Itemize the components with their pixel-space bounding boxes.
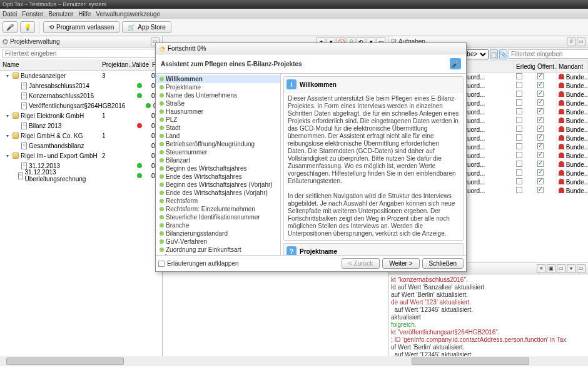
wizard-nav-item[interactable]: Beginn des Wirtschaftsjahres (Vorjahr) [156, 181, 280, 189]
public-checkbox[interactable] [537, 152, 544, 158]
task-tool-btn[interactable]: 📎 [499, 49, 507, 59]
project-tree[interactable]: ▾Bundesanzeiger30.0Jahresabschluss20140.… [0, 71, 162, 356]
done-checkbox[interactable] [516, 117, 522, 123]
wizard-nav-item[interactable]: Steuerliche Identifikationsnummer [156, 213, 280, 221]
wizard-nav-item[interactable]: Bilanzart [156, 156, 280, 164]
console-btn[interactable]: ▾ [567, 264, 575, 273]
public-checkbox[interactable] [537, 169, 544, 176]
wizard-nav-item[interactable]: Steuernummer [156, 148, 280, 156]
scrollbar-horizontal[interactable] [0, 356, 294, 366]
done-checkbox[interactable] [516, 91, 522, 97]
wizard-nav-item[interactable]: Land [156, 132, 280, 140]
tree-row[interactable]: Konzernabschluss20160.0 [0, 91, 162, 101]
public-checkbox[interactable] [537, 117, 544, 123]
user-icon [559, 126, 564, 132]
expand-checkbox[interactable] [158, 261, 165, 267]
done-checkbox[interactable] [516, 152, 522, 158]
pane-min-icon[interactable]: ▭ [577, 38, 585, 46]
done-checkbox[interactable] [516, 187, 522, 193]
public-checkbox[interactable] [537, 108, 544, 114]
wizard-nav-item[interactable]: Bilanzierungsstandard [156, 229, 280, 238]
wizard-nav-item[interactable]: PLZ [156, 116, 280, 124]
wizard-nav-item[interactable]: Stadt [156, 124, 280, 132]
console-btn[interactable]: ▭ [577, 264, 585, 273]
done-checkbox[interactable] [516, 73, 522, 79]
toolbar-btn-mic[interactable]: 🎤 [3, 21, 18, 33]
wizard-nav-item[interactable]: Name des Unternehmens [156, 91, 280, 99]
public-checkbox[interactable] [537, 134, 544, 141]
project-filter-input[interactable] [3, 49, 160, 58]
scrollbar-horizontal[interactable] [294, 356, 588, 366]
bullet-icon [160, 231, 164, 236]
exit-button[interactable]: ⟲ Programm verlassen [43, 21, 119, 33]
public-checkbox[interactable] [537, 91, 544, 97]
menu-item[interactable]: Hilfe [78, 11, 91, 18]
bullet-icon [160, 215, 164, 219]
wizard-nav-item[interactable]: Hausnummer [156, 108, 280, 116]
wizard-nav-item[interactable]: Ende des Wirtschaftsjahres [156, 172, 280, 181]
document-icon [21, 82, 27, 89]
tree-row[interactable]: ▾Rigel GmbH & Co. KG10.0 [0, 131, 162, 141]
tree-row[interactable]: Jahresabschluss20140.0 [0, 81, 162, 91]
wizard-nav-item[interactable]: Ende des Wirtschaftsjahres (Vorjahr) [156, 189, 280, 197]
tree-row[interactable]: Veröffentlichungsart§264HGB20160.0 [0, 101, 162, 111]
public-checkbox[interactable] [537, 99, 544, 106]
done-checkbox[interactable] [516, 108, 522, 114]
bullet-icon [160, 126, 164, 130]
tree-row[interactable]: Bilanz 20130.0 [0, 121, 162, 131]
tasks-filter-input[interactable] [509, 49, 588, 59]
done-checkbox[interactable] [516, 178, 522, 184]
tree-row[interactable]: ▾Rigel Im- und Export GmbH20.0 [0, 151, 162, 161]
console-btn[interactable]: ✕ [537, 264, 545, 273]
wizard-nav-item[interactable]: GuV-Verfahren [156, 238, 280, 246]
done-checkbox[interactable] [516, 99, 522, 106]
console-btn[interactable]: ▭ [557, 264, 565, 273]
public-checkbox[interactable] [537, 73, 544, 79]
mic-icon[interactable]: 🎤 [450, 58, 461, 69]
tree-row[interactable]: ▾Bundesanzeiger30.0 [0, 71, 162, 81]
toolbar-btn-help[interactable]: 💡 [20, 21, 35, 33]
wizard-nav-item[interactable]: Beginn des Wirtschaftsjahres [156, 164, 280, 172]
appstore-button[interactable]: 🛒 App Store [122, 21, 171, 33]
done-checkbox[interactable] [516, 161, 522, 167]
done-checkbox[interactable] [516, 143, 522, 149]
public-checkbox[interactable] [537, 178, 544, 184]
wizard-nav-item[interactable]: Übermittlungsvariante bei Unternehmen mi… [156, 254, 280, 255]
next-button[interactable]: Weiter > [382, 258, 419, 269]
public-checkbox[interactable] [537, 161, 544, 167]
user-icon [559, 161, 564, 167]
done-checkbox[interactable] [516, 126, 522, 132]
public-checkbox[interactable] [537, 143, 544, 149]
public-checkbox[interactable] [537, 126, 544, 132]
pane-min-icon[interactable]: ⇳ [567, 38, 575, 46]
wizard-nav-item[interactable]: Projektname [156, 83, 280, 91]
menu-item[interactable]: Datei [3, 11, 17, 18]
bullet-icon [160, 182, 164, 187]
question-icon: ? [286, 246, 297, 255]
done-checkbox[interactable] [516, 169, 522, 176]
done-checkbox[interactable] [516, 134, 522, 141]
task-tool-btn[interactable]: 📋 [490, 49, 498, 59]
close-button[interactable]: Schließen [422, 258, 464, 269]
bullet-icon [160, 223, 164, 228]
menu-item[interactable]: Verwaltungswerkzeuge [96, 11, 160, 18]
wizard-nav[interactable]: WillkommenProjektnameName des Unternehme… [156, 74, 281, 255]
menu-item[interactable]: Benutzer [48, 11, 73, 18]
menu-item[interactable]: Fenster [22, 11, 43, 18]
valid-icon [137, 163, 142, 168]
wizard-nav-item[interactable]: Rechtsform: Einzelunternehmen [156, 205, 280, 213]
public-checkbox[interactable] [537, 187, 544, 193]
tree-row[interactable]: Gesamthandsbilanz0.0 [0, 141, 162, 151]
done-checkbox[interactable] [516, 82, 522, 88]
tree-row[interactable]: 31.12.2013 Überleitungsrechnung0.0 [0, 171, 162, 181]
wizard-nav-item[interactable]: Betriebseröffnung/Neugründung [156, 140, 280, 148]
tree-row[interactable]: ▾Rigel Elektronik GmbH10.0 [0, 111, 162, 121]
projects-pane-header: ⌬Projektverwaltung ▭ [0, 36, 162, 48]
wizard-nav-item[interactable]: Rechtsform [156, 197, 280, 205]
wizard-nav-item[interactable]: Willkommen [156, 75, 280, 83]
public-checkbox[interactable] [537, 82, 544, 88]
wizard-nav-item[interactable]: Zuordnung zur Einkunftsart [156, 246, 280, 254]
wizard-nav-item[interactable]: Straße [156, 99, 280, 108]
console-btn[interactable]: ▣ [547, 264, 555, 273]
wizard-nav-item[interactable]: Branche [156, 221, 280, 229]
